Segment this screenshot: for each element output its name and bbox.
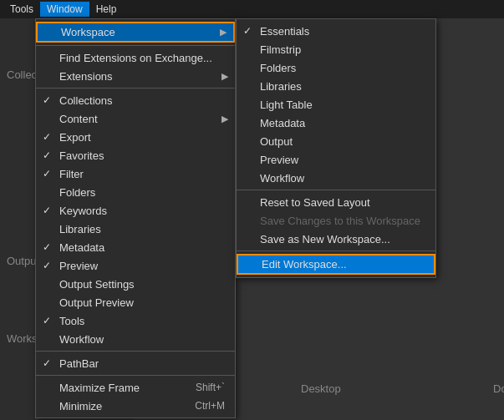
menu-item-label: Workspace — [61, 26, 115, 38]
menu-item-minimize[interactable]: MinimizeCtrl+M — [36, 397, 235, 415]
menu-item-metadata[interactable]: ✓Metadata — [36, 238, 235, 256]
menu-item-label: Keywords — [59, 205, 107, 217]
menu-item-label: Workflow — [59, 333, 104, 346]
menu-bar: Tools Window Help — [0, 0, 504, 18]
menu-help[interactable]: Help — [89, 2, 124, 17]
submenu-item-label: Reset to Saved Layout — [260, 196, 370, 209]
submenu-item-label: Edit Workspace... — [262, 258, 347, 271]
submenu-item-workflow-sub[interactable]: Workflow — [237, 169, 435, 187]
checkmark-icon: ✓ — [43, 241, 51, 253]
menu-separator — [36, 375, 235, 376]
checkmark-icon: ✓ — [43, 357, 51, 369]
menu-item-collections[interactable]: ✓Collections — [36, 91, 235, 109]
submenu-item-save-changes: Save Changes to this Workspace — [237, 211, 435, 230]
submenu-arrow-icon: ▶ — [221, 114, 228, 124]
menu-item-label: Output Settings — [59, 278, 135, 291]
checkmark-icon: ✓ — [43, 205, 51, 216]
menu-item-export[interactable]: ✓Export — [36, 128, 235, 146]
submenu-arrow-icon: ▶ — [220, 27, 227, 38]
menu-window[interactable]: Window — [40, 2, 89, 17]
menu-separator — [36, 351, 235, 352]
menu-item-label: Export — [59, 131, 91, 144]
submenu-item-label: Filmstrip — [260, 43, 301, 56]
menu-item-label: Filter — [59, 168, 84, 180]
checkmark-icon: ✓ — [243, 25, 252, 37]
menu-item-label: Libraries — [59, 223, 101, 235]
submenu-item-save-new[interactable]: Save as New Workspace... — [237, 230, 435, 248]
checkmark-icon: ✓ — [43, 168, 51, 180]
submenu-arrow-icon: ▶ — [221, 71, 228, 82]
checkmark-icon: ✓ — [43, 260, 51, 271]
submenu-item-preview-sub[interactable]: Preview — [237, 150, 435, 169]
menu-item-label: Output Preview — [59, 296, 134, 309]
menu-item-folders[interactable]: Folders — [36, 183, 235, 201]
submenu-item-label: Light Table — [260, 99, 313, 111]
menu-item-output-settings[interactable]: Output Settings — [36, 275, 235, 293]
menu-item-label: Folders — [59, 186, 95, 199]
submenu-item-filmstrip[interactable]: Filmstrip — [237, 40, 435, 58]
submenu-item-label: Save as New Workspace... — [260, 233, 390, 245]
window-menu: Workspace▶Find Extensions on Exchange...… — [35, 18, 236, 418]
documents-label: Documents — [493, 382, 504, 395]
shortcut-label: Ctrl+M — [195, 400, 225, 412]
menu-item-tools[interactable]: ✓Tools — [36, 311, 235, 330]
submenu-item-essentials[interactable]: ✓Essentials — [237, 22, 435, 40]
menu-separator — [36, 88, 235, 89]
checkmark-icon: ✓ — [43, 131, 51, 143]
menu-tools[interactable]: Tools — [3, 2, 40, 17]
menu-item-extensions[interactable]: Extensions▶ — [36, 67, 235, 85]
menu-item-label: PathBar — [59, 357, 99, 370]
workspace-submenu: ✓EssentialsFilmstripFoldersLibrariesLigh… — [236, 18, 436, 278]
menu-item-favorites[interactable]: ✓Favorites — [36, 146, 235, 164]
menu-item-libraries[interactable]: Libraries — [36, 220, 235, 238]
checkmark-icon: ✓ — [43, 315, 51, 326]
menu-item-label: Maximize Frame — [59, 382, 140, 394]
menu-item-label: Content — [59, 113, 98, 125]
menu-item-label: Find Extensions on Exchange... — [59, 52, 212, 64]
submenu-item-label: Preview — [260, 154, 298, 166]
menu-item-find-extensions[interactable]: Find Extensions on Exchange... — [36, 48, 235, 67]
submenu-item-folders-sub[interactable]: Folders — [237, 58, 435, 77]
submenu-item-edit-workspace[interactable]: Edit Workspace... — [237, 254, 435, 275]
menu-item-content[interactable]: Content▶ — [36, 109, 235, 128]
submenu-item-label: Libraries — [260, 80, 302, 93]
submenu-item-reset-layout[interactable]: Reset to Saved Layout — [237, 193, 435, 211]
menu-item-label: Metadata — [59, 241, 104, 254]
submenu-item-label: Folders — [260, 62, 296, 74]
menu-item-label: Tools — [59, 315, 84, 327]
menu-item-label: Extensions — [59, 70, 113, 83]
submenu-item-label: Save Changes to this Workspace — [260, 215, 420, 227]
menu-item-label: Minimize — [59, 400, 102, 412]
menu-item-label: Favorites — [59, 149, 104, 162]
checkmark-icon: ✓ — [43, 149, 51, 161]
submenu-item-label: Metadata — [260, 117, 305, 129]
checkmark-icon: ✓ — [43, 94, 51, 106]
submenu-item-metadata-sub[interactable]: Metadata — [237, 114, 435, 132]
menu-item-maximize-frame[interactable]: Maximize FrameShift+` — [36, 378, 235, 397]
shortcut-label: Shift+` — [196, 382, 225, 393]
menu-item-workspace[interactable]: Workspace▶ — [36, 22, 235, 43]
submenu-item-label: Essentials — [260, 25, 309, 38]
submenu-item-label: Output — [260, 135, 293, 148]
menu-item-label: Collections — [59, 94, 113, 107]
submenu-item-label: Workflow — [260, 172, 304, 185]
menu-separator — [36, 45, 235, 46]
submenu-separator — [237, 190, 435, 190]
submenu-item-libraries-sub[interactable]: Libraries — [237, 77, 435, 95]
menu-item-output-preview[interactable]: Output Preview — [36, 293, 235, 311]
menu-item-keywords[interactable]: ✓Keywords — [36, 201, 235, 220]
submenu-separator — [237, 250, 435, 251]
submenu-item-light-table[interactable]: Light Table — [237, 95, 435, 114]
menu-item-preview[interactable]: ✓Preview — [36, 256, 235, 275]
menu-item-workflow[interactable]: Workflow — [36, 330, 235, 348]
menu-item-label: Preview — [59, 260, 98, 272]
desktop-label: Desktop — [301, 382, 341, 395]
menu-item-filter[interactable]: ✓Filter — [36, 164, 235, 183]
menu-item-pathbar[interactable]: ✓PathBar — [36, 354, 235, 372]
submenu-item-output[interactable]: Output — [237, 132, 435, 150]
